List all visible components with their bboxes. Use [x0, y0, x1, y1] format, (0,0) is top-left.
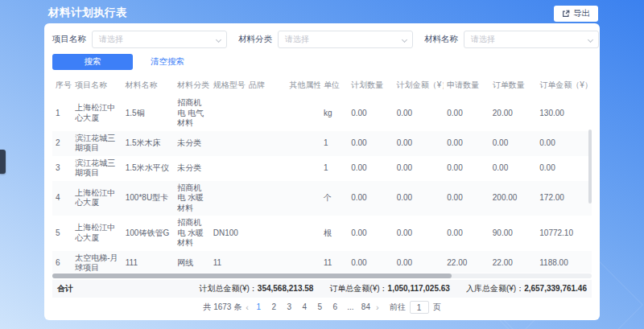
pager-ellipsis: ... [345, 301, 357, 314]
column-header: 材料分类 [174, 76, 209, 96]
filter-actions: 搜索 清空搜索 [52, 54, 592, 70]
pager-prev-icon[interactable]: ‹ [246, 301, 249, 314]
table-cell: 1188.00 [536, 251, 592, 273]
table-cell: 0.00 [536, 131, 592, 156]
table-cell: 22.00 [489, 251, 537, 273]
table-cell: 上海松江中心大厦 [72, 96, 122, 131]
category-select-placeholder: 请选择 [285, 34, 309, 45]
table-cell [287, 216, 320, 251]
table-cell: 0.00 [489, 131, 537, 156]
column-header: 材料名称 [122, 76, 175, 96]
project-select-placeholder: 请选择 [99, 34, 123, 45]
pager-page-4[interactable]: 4 [299, 301, 311, 314]
order-total-label: 订单总金额(¥)： [329, 284, 387, 293]
material-filter-group: 材料名称 请选择 [424, 31, 599, 48]
column-header: 申请数量 [444, 76, 489, 96]
table-cell: 1.5米木床 [122, 131, 175, 156]
table-cell: 2 [52, 131, 72, 156]
table-cell: 招商机电 电气材料 [174, 96, 209, 131]
table-cell [210, 96, 246, 131]
table-cell: 20.00 [489, 96, 537, 131]
table-cell: 招商机电 水暖材料 [174, 181, 209, 216]
table-cell: 90.00 [489, 216, 537, 251]
inbound-total: 入库总金额(¥)：2,657,339,761.46 [466, 283, 587, 294]
project-select[interactable]: 请选择 [92, 31, 227, 48]
plan-total-value: 354,568,213.58 [258, 284, 314, 293]
table-cell: 0.00 [394, 251, 444, 273]
pagination-bar: 共 1673 条 ‹ 123456...84 › 前往 页 [52, 298, 592, 317]
vertical-scrollbar-thumb[interactable] [588, 130, 592, 204]
column-header: 计划金额（¥） [394, 76, 444, 96]
table-cell: 111 [122, 251, 175, 273]
sidebar-collapse-handle[interactable] [0, 150, 6, 174]
table-row: 5上海松江中心大厦100铸铁管G招商机电 水暖材料DN100根0.000.000… [52, 216, 592, 251]
pager-page-2[interactable]: 2 [268, 301, 280, 314]
table-cell [246, 181, 286, 216]
column-header: 单位 [320, 76, 348, 96]
pagination-total: 共 1673 条 [203, 302, 242, 313]
summary-label: 合计 [57, 283, 73, 294]
table-cell [210, 181, 246, 216]
export-button[interactable]: 导出 [554, 6, 598, 22]
table-cell: DN100 [210, 216, 246, 251]
table-cell [246, 216, 286, 251]
horizontal-scrollbar-track[interactable] [52, 273, 592, 278]
column-header: 计划数量 [348, 76, 394, 96]
table-cell [246, 131, 286, 156]
table-cell: 0.00 [348, 131, 394, 156]
table-cell: 4 [52, 181, 72, 216]
table-cell: 100铸铁管G [122, 216, 175, 251]
table-cell: 1 [320, 156, 348, 181]
pager-pages: 123456...84 [253, 301, 372, 314]
table-cell: 0.00 [348, 181, 394, 216]
column-header: 品牌 [246, 76, 286, 96]
category-select[interactable]: 请选择 [278, 31, 413, 48]
table-cell: 未分类 [174, 156, 209, 181]
table-cell: 0.00 [394, 96, 444, 131]
summary-bar: 合计 计划总金额(¥)：354,568,213.58 订单总金额(¥)：1,05… [52, 280, 592, 298]
table-cell: 22.00 [444, 251, 489, 273]
table-cell: 0.00 [444, 216, 489, 251]
table-cell: 滨江花城三期项目 [72, 156, 122, 181]
category-filter-group: 材料分类 请选择 [238, 31, 413, 48]
table-cell: 根 [320, 216, 348, 251]
table-body: 1上海松江中心大厦1.5铜招商机电 电气材料kg0.000.000.0020.0… [52, 96, 592, 273]
filter-bar: 项目名称 请选择 材料分类 请选择 材料名称 请选择 [52, 30, 592, 49]
pager-page-3[interactable]: 3 [283, 301, 295, 314]
table-cell: 0.00 [394, 216, 444, 251]
inbound-total-value: 2,657,339,761.46 [524, 284, 587, 293]
table-cell [287, 251, 320, 273]
table-cell: 0.00 [394, 131, 444, 156]
table-row: 3滨江花城三期项目1.5米水平仪未分类10.000.000.000.000.00 [52, 156, 592, 181]
table-cell: 0.00 [444, 131, 489, 156]
material-select[interactable]: 请选择 [464, 31, 599, 48]
table-cell [246, 251, 286, 273]
pager-next-icon[interactable]: › [376, 301, 379, 314]
table-cell [246, 156, 286, 181]
table-cell: 3 [52, 156, 72, 181]
table-cell: 1 [52, 96, 72, 131]
table-cell: 0.00 [444, 156, 489, 181]
export-button-label: 导出 [573, 8, 590, 19]
table-cell: 招商机电 水暖材料 [174, 216, 209, 251]
goto-page-input[interactable] [410, 301, 429, 314]
chevron-down-icon [216, 37, 221, 43]
pager-page-5[interactable]: 5 [314, 301, 326, 314]
table-cell: 0.00 [348, 216, 394, 251]
table-cell: 10772.10 [536, 216, 592, 251]
table-container: 序号项目名称材料名称材料分类规格型号品牌其他属性单位计划数量计划金额（¥）申请数… [52, 76, 592, 273]
project-filter-label: 项目名称 [52, 34, 86, 45]
pager-page-1[interactable]: 1 [253, 301, 265, 314]
pager-page-6[interactable]: 6 [329, 301, 341, 314]
plan-total-label: 计划总金额(¥)： [200, 284, 258, 293]
table-cell: 0.00 [394, 181, 444, 216]
pager-page-84[interactable]: 84 [360, 301, 372, 314]
table-cell [287, 181, 320, 216]
plan-total: 计划总金额(¥)：354,568,213.58 [200, 283, 314, 294]
table-row: 4上海松江中心大厦100*8U型卡招商机电 水暖材料个0.000.000.002… [52, 181, 592, 216]
clear-search-button[interactable]: 清空搜索 [151, 56, 184, 68]
horizontal-scrollbar-thumb[interactable] [52, 273, 452, 278]
search-button[interactable]: 搜索 [52, 54, 133, 70]
table-row: 6太空电梯-月球项目111网线11110.000.0022.0022.00118… [52, 251, 592, 273]
table-cell: 200.00 [489, 181, 537, 216]
